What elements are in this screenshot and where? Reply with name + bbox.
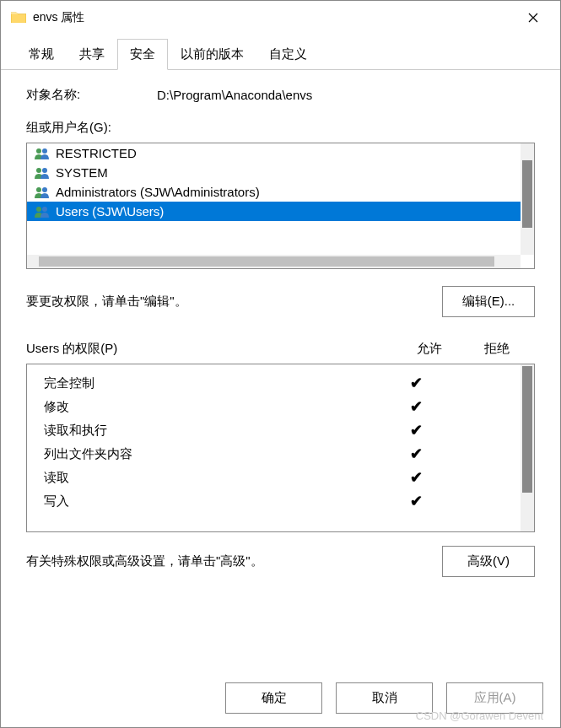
group-name: Users (SJW\Users): [56, 204, 164, 218]
edit-hint: 要更改权限，请单击"编辑"。: [26, 294, 187, 310]
svg-point-7: [42, 207, 47, 212]
permission-row: 写入✔: [27, 489, 534, 513]
allow-check-icon: ✔: [382, 445, 450, 463]
folder-icon: [11, 11, 26, 24]
close-button[interactable]: [516, 1, 550, 35]
allow-check-icon: ✔: [382, 374, 450, 392]
permission-name: 读取和执行: [44, 423, 382, 439]
titlebar: envs 属性: [1, 1, 560, 35]
permissions-listbox[interactable]: 完全控制✔修改✔读取和执行✔列出文件夹内容✔读取✔写入✔: [26, 364, 535, 532]
allow-header: 允许: [417, 341, 442, 357]
groups-label: 组或用户名(G):: [26, 120, 535, 136]
permission-name: 读取: [44, 470, 382, 486]
permission-row: 修改✔: [27, 395, 534, 418]
permission-row: 读取和执行✔: [27, 418, 534, 442]
permission-name: 修改: [44, 399, 382, 415]
tab-0[interactable]: 常规: [16, 39, 67, 70]
advanced-button[interactable]: 高级(V): [442, 546, 535, 577]
users-icon: [34, 186, 51, 199]
advanced-hint: 有关特殊权限或高级设置，请单击"高级"。: [26, 553, 263, 569]
edit-button[interactable]: 编辑(E)...: [442, 286, 535, 317]
tab-strip: 常规共享安全以前的版本自定义: [1, 38, 560, 70]
svg-point-3: [42, 168, 47, 173]
permission-name: 完全控制: [44, 375, 382, 391]
ok-button[interactable]: 确定: [225, 682, 322, 714]
group-name: SYSTEM: [56, 165, 108, 180]
permission-name: 写入: [44, 493, 382, 510]
security-panel: 对象名称: D:\Program\Anaconda\envs 组或用户名(G):…: [1, 70, 560, 594]
perm-vscrollbar[interactable]: [521, 364, 534, 531]
svg-point-0: [36, 148, 41, 154]
tab-2[interactable]: 安全: [117, 39, 168, 70]
apply-button[interactable]: 应用(A): [446, 682, 543, 714]
cancel-button[interactable]: 取消: [336, 682, 433, 714]
svg-point-4: [36, 187, 41, 192]
users-icon: [34, 147, 51, 160]
dialog-footer: 确定 取消 应用(A): [225, 682, 543, 714]
allow-check-icon: ✔: [382, 421, 450, 439]
object-name-label: 对象名称:: [26, 87, 157, 103]
permission-row: 读取✔: [27, 466, 534, 489]
group-name: RESTRICTED: [56, 146, 137, 160]
list-item[interactable]: Users (SJW\Users): [27, 202, 534, 221]
tab-3[interactable]: 以前的版本: [168, 39, 256, 70]
tab-1[interactable]: 共享: [67, 39, 117, 70]
permission-row: 列出文件夹内容✔: [27, 442, 534, 466]
groups-listbox[interactable]: RESTRICTEDSYSTEMAdministrators (SJW\Admi…: [26, 143, 535, 269]
users-icon: [34, 166, 51, 180]
svg-point-2: [36, 168, 41, 173]
permission-row: 完全控制✔: [27, 371, 534, 395]
allow-check-icon: ✔: [382, 468, 450, 487]
object-name-value: D:\Program\Anaconda\envs: [157, 88, 312, 102]
permissions-label: Users 的权限(P): [26, 341, 117, 357]
groups-hscrollbar[interactable]: [27, 255, 521, 268]
list-item[interactable]: Administrators (SJW\Administrators): [27, 182, 534, 202]
allow-check-icon: ✔: [382, 492, 450, 510]
close-icon: [528, 13, 538, 23]
permission-name: 列出文件夹内容: [44, 446, 382, 462]
tab-4[interactable]: 自定义: [256, 39, 320, 70]
deny-header: 拒绝: [484, 341, 510, 357]
list-item[interactable]: RESTRICTED: [27, 143, 534, 163]
group-name: Administrators (SJW\Administrators): [56, 185, 260, 199]
svg-point-1: [42, 148, 47, 154]
users-icon: [34, 205, 51, 218]
svg-point-5: [42, 187, 47, 192]
list-item[interactable]: SYSTEM: [27, 163, 534, 182]
window-title: envs 属性: [33, 10, 516, 25]
groups-vscrollbar[interactable]: [521, 143, 534, 255]
svg-point-6: [36, 207, 41, 212]
allow-check-icon: ✔: [382, 397, 450, 416]
